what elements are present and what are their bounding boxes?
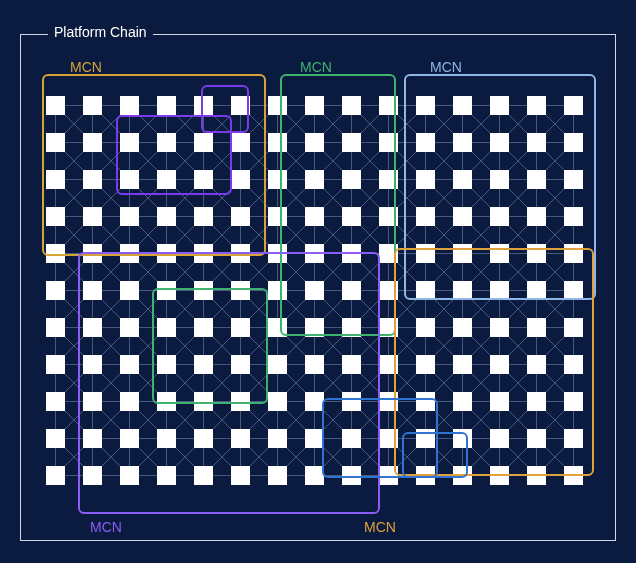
node-square	[416, 466, 435, 485]
node-square	[564, 207, 583, 226]
node-square	[120, 466, 139, 485]
node-square	[527, 466, 546, 485]
node-square	[120, 96, 139, 115]
node-square	[527, 429, 546, 448]
node-square	[305, 207, 324, 226]
node-square	[453, 244, 472, 263]
node-square	[527, 133, 546, 152]
node-square	[157, 281, 176, 300]
node-square	[83, 133, 102, 152]
node-square	[342, 244, 361, 263]
node-square	[379, 466, 398, 485]
node-square	[564, 429, 583, 448]
node-square	[231, 244, 250, 263]
node-square	[268, 466, 287, 485]
node-square	[490, 392, 509, 411]
node-square	[416, 429, 435, 448]
node-square	[268, 96, 287, 115]
node-square	[120, 281, 139, 300]
node-square	[527, 355, 546, 374]
node-square	[453, 281, 472, 300]
node-square	[453, 466, 472, 485]
node-square	[416, 207, 435, 226]
node-square	[120, 207, 139, 226]
node-square	[416, 392, 435, 411]
node-square	[490, 355, 509, 374]
node-square	[416, 170, 435, 189]
node-square	[305, 392, 324, 411]
node-square	[564, 281, 583, 300]
node-square	[46, 170, 65, 189]
node-square	[268, 355, 287, 374]
node-square	[268, 170, 287, 189]
node-square	[83, 392, 102, 411]
node-square	[453, 170, 472, 189]
node-square	[157, 170, 176, 189]
node-square	[268, 133, 287, 152]
node-square	[83, 281, 102, 300]
node-square	[342, 466, 361, 485]
node-square	[231, 318, 250, 337]
node-square	[120, 170, 139, 189]
mcn-label: MCN	[86, 520, 126, 534]
node-square	[268, 318, 287, 337]
node-square	[379, 170, 398, 189]
node-square	[379, 392, 398, 411]
node-square	[46, 96, 65, 115]
mcn-label: MCN	[296, 60, 336, 74]
node-square	[305, 466, 324, 485]
node-square	[453, 355, 472, 374]
node-square	[342, 281, 361, 300]
node-square	[453, 207, 472, 226]
node-square	[527, 392, 546, 411]
node-square	[268, 429, 287, 448]
mcn-label: MCN	[66, 60, 106, 74]
node-square	[305, 244, 324, 263]
node-square	[416, 96, 435, 115]
node-square	[416, 281, 435, 300]
node-square	[564, 392, 583, 411]
node-square	[416, 318, 435, 337]
node-square	[157, 466, 176, 485]
node-square	[268, 244, 287, 263]
node-square	[231, 96, 250, 115]
node-square	[194, 466, 213, 485]
node-square	[83, 207, 102, 226]
node-square	[305, 355, 324, 374]
node-grid	[0, 0, 636, 563]
node-square	[157, 392, 176, 411]
node-square	[305, 318, 324, 337]
node-square	[379, 318, 398, 337]
node-square	[231, 281, 250, 300]
node-square	[120, 133, 139, 152]
node-square	[527, 96, 546, 115]
node-square	[83, 244, 102, 263]
node-square	[157, 133, 176, 152]
node-square	[490, 133, 509, 152]
node-square	[342, 170, 361, 189]
node-square	[564, 355, 583, 374]
node-square	[46, 318, 65, 337]
node-square	[268, 281, 287, 300]
node-square	[83, 170, 102, 189]
node-square	[453, 392, 472, 411]
node-square	[46, 207, 65, 226]
node-square	[83, 466, 102, 485]
node-square	[120, 392, 139, 411]
node-square	[342, 133, 361, 152]
node-square	[379, 133, 398, 152]
node-square	[527, 318, 546, 337]
node-square	[268, 392, 287, 411]
node-square	[564, 466, 583, 485]
node-square	[564, 96, 583, 115]
node-square	[231, 133, 250, 152]
node-square	[268, 207, 287, 226]
node-square	[83, 96, 102, 115]
node-square	[490, 429, 509, 448]
node-square	[342, 207, 361, 226]
node-square	[379, 96, 398, 115]
node-square	[157, 355, 176, 374]
node-square	[453, 96, 472, 115]
node-square	[231, 466, 250, 485]
node-square	[83, 318, 102, 337]
